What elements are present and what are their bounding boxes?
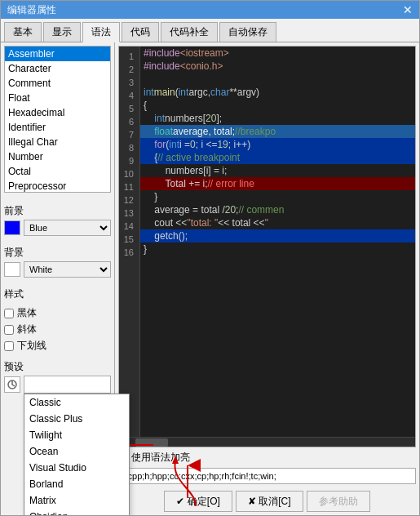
preset-icon (4, 376, 20, 393)
preset-item-twilight[interactable]: Twilight (24, 427, 129, 443)
listbox-item-number[interactable]: Number (5, 149, 110, 164)
preset-dropdown-container: Classic Classic Plus Twilight Ocean Visu… (24, 376, 111, 394)
underline-label: 下划线 (17, 339, 46, 353)
foreground-select[interactable]: Blue Default Black White Red Green Yello… (24, 220, 111, 236)
preset-label: 预设 (4, 360, 111, 374)
title-bar: 编辑器属性 ✕ (1, 1, 419, 19)
italic-checkbox[interactable] (4, 325, 14, 335)
preset-item-matrix[interactable]: Matrix (24, 492, 129, 509)
code-preview: 1 2 3 4 5 6 7 8 9 10 11 12 13 14 (118, 46, 416, 447)
listbox-item-octal[interactable]: Octal (5, 164, 110, 179)
listbox-item-assembler[interactable]: Assembler (5, 47, 110, 61)
foreground-row: Blue Default Black White Red Green Yello… (4, 220, 111, 236)
tab-bar: 基本 显示 语法 代码 代码补全 自动保存 (1, 19, 419, 42)
ln-7: 7 (122, 128, 136, 141)
bold-checkbox[interactable] (4, 309, 14, 318)
extensions-row (118, 468, 416, 484)
tab-basic[interactable]: 基本 (4, 22, 42, 42)
extensions-input[interactable] (118, 468, 416, 484)
background-row: White Default Black Red Green Blue Yello… (4, 261, 111, 278)
syntax-enhance-row: 使用语法加亮 (118, 451, 416, 465)
left-panel: Assembler Character Comment Float Hexade… (1, 42, 115, 515)
buttons-row: ✔ 确定[O] ✘ 取消[C] 参考助助 (118, 491, 416, 512)
listbox-item-character[interactable]: Character (5, 61, 110, 76)
listbox-item-illegalchar[interactable]: Illegal Char (5, 135, 110, 149)
code-line-14: cout << "total: " << total << " (140, 216, 415, 229)
underline-row: 下划线 (4, 339, 111, 353)
ln-3: 3 (122, 76, 136, 89)
code-line-7: float average, total; //breakpo (140, 125, 415, 138)
ln-14: 14 (122, 220, 136, 233)
background-color-box (4, 262, 20, 277)
line-numbers: 1 2 3 4 5 6 7 8 9 10 11 12 13 14 (119, 47, 140, 437)
listbox-item-comment[interactable]: Comment (5, 76, 110, 91)
ln-16: 16 (122, 246, 136, 259)
tab-autocomplete[interactable]: 代码补全 (161, 22, 218, 42)
foreground-label: 前景 (4, 204, 111, 218)
listbox-item-preprocessor[interactable]: Preprocessor (5, 179, 110, 193)
listbox-item-float[interactable]: Float (5, 91, 110, 105)
tab-code[interactable]: 代码 (122, 22, 159, 42)
code-line-1: #include <iostream> (140, 47, 415, 60)
ln-2: 2 (122, 63, 136, 76)
code-line-5: { (140, 99, 415, 112)
ln-13: 13 (122, 207, 136, 220)
preset-dropdown-list: Classic Classic Plus Twilight Ocean Visu… (24, 394, 130, 515)
syntax-type-listbox[interactable]: Assembler Character Comment Float Hexade… (4, 46, 111, 193)
code-line-12: } (140, 190, 415, 203)
style-label: 样式 (4, 287, 111, 301)
preset-item-classic[interactable]: Classic (24, 394, 129, 411)
preset-row: Classic Classic Plus Twilight Ocean Visu… (4, 376, 111, 394)
code-line-2: #include <conio.h> (140, 60, 415, 73)
close-button[interactable]: ✕ (403, 3, 413, 16)
preset-item-obsidian[interactable]: Obsidian (24, 509, 129, 515)
code-line-6: int numbers[20]; (140, 112, 415, 125)
listbox-item-hexadecimal[interactable]: Hexadecimal (5, 105, 110, 120)
code-line-10: numbers[i] = i; (140, 164, 415, 177)
code-line-13: average = total / 20; // commen (140, 203, 415, 216)
scrollbar-thumb[interactable] (135, 438, 168, 447)
ln-1: 1 (122, 50, 136, 63)
ln-15: 15 (122, 233, 136, 246)
style-section: 黑体 斜体 下划线 (4, 306, 111, 355)
code-lines: #include <iostream> #include <conio.h> i… (140, 47, 415, 437)
ln-10: 10 (122, 167, 136, 180)
window-title: 编辑器属性 (7, 3, 56, 17)
bold-label: 黑体 (17, 306, 37, 320)
code-scroll[interactable]: 1 2 3 4 5 6 7 8 9 10 11 12 13 14 (119, 47, 415, 437)
ln-5: 5 (122, 102, 136, 115)
preset-item-ocean[interactable]: Ocean (24, 443, 129, 460)
background-select[interactable]: White Default Black Red Green Blue Yello… (24, 261, 111, 278)
preset-item-classicplus[interactable]: Classic Plus (24, 411, 129, 427)
foreground-color-box (4, 220, 20, 235)
tab-syntax[interactable]: 语法 (82, 22, 120, 42)
preset-item-visualstudio[interactable]: Visual Studio (24, 460, 129, 476)
right-panel: 1 2 3 4 5 6 7 8 9 10 11 12 13 14 (115, 42, 419, 515)
ln-11: 11 (122, 180, 136, 194)
tab-display[interactable]: 显示 (43, 22, 81, 42)
code-line-4: int main(int argc, char **argv) (140, 86, 415, 99)
code-line-11: Total += i; // error line (140, 177, 415, 190)
listbox-item-identifier[interactable]: Identifier (5, 120, 110, 135)
ln-8: 8 (122, 141, 136, 154)
ok-button[interactable]: ✔ 确定[O] (164, 491, 232, 512)
italic-row: 斜体 (4, 322, 111, 336)
preset-item-borland[interactable]: Borland (24, 476, 129, 492)
main-content: Assembler Character Comment Float Hexade… (1, 42, 419, 515)
code-scrollbar[interactable] (119, 437, 415, 447)
italic-label: 斜体 (17, 322, 37, 336)
ln-4: 4 (122, 89, 136, 102)
underline-checkbox[interactable] (4, 341, 14, 351)
cancel-button[interactable]: ✘ 取消[C] (236, 491, 303, 512)
ln-6: 6 (122, 115, 136, 128)
code-line-15: getch(); (140, 229, 415, 242)
help-button[interactable]: 参考助助 (307, 491, 370, 512)
background-label: 背景 (4, 246, 111, 260)
code-line-3 (140, 73, 415, 86)
code-line-9: { // active breakpoint (140, 151, 415, 164)
bold-row: 黑体 (4, 306, 111, 320)
preset-input[interactable] (24, 376, 111, 394)
code-line-16: } (140, 242, 415, 256)
ln-12: 12 (122, 194, 136, 207)
tab-autosave[interactable]: 自动保存 (219, 22, 276, 42)
